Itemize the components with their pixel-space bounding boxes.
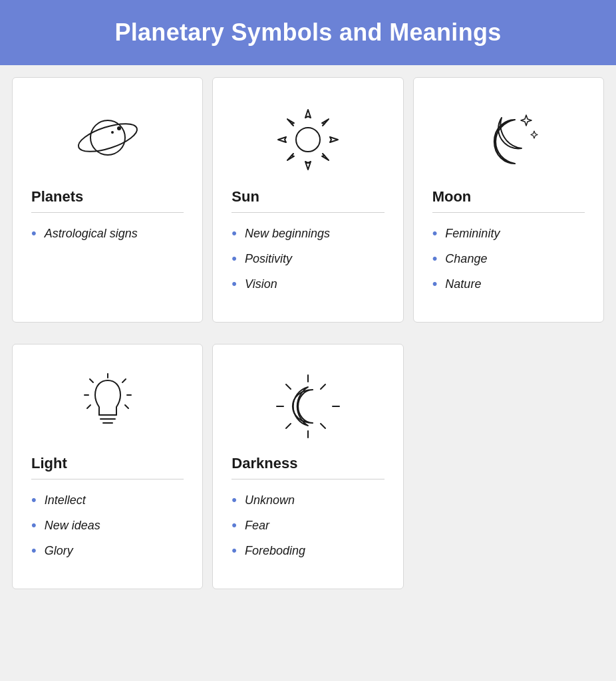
- planets-icon: [31, 96, 184, 183]
- light-meanings: Intellect New ideas Glory: [31, 491, 184, 559]
- darkness-title: Darkness: [231, 455, 384, 472]
- planets-meanings: Astrological signs: [31, 225, 184, 242]
- planets-title: Planets: [31, 188, 184, 205]
- darkness-divider: [231, 479, 384, 479]
- darkness-icon: [231, 363, 384, 450]
- planets-card: Planets Astrological signs: [12, 77, 203, 323]
- svg-point-0: [90, 120, 125, 155]
- sun-meanings: New beginnings Positivity Vision: [231, 225, 384, 293]
- list-item: Nature: [432, 275, 585, 293]
- svg-line-20: [286, 424, 291, 428]
- moon-meanings: Femininity Change Nature: [432, 225, 585, 293]
- list-item: Unknown: [231, 491, 384, 509]
- moon-divider: [432, 212, 585, 213]
- list-item: New beginnings: [231, 225, 384, 242]
- light-icon: [31, 363, 184, 450]
- svg-line-13: [125, 405, 128, 408]
- list-item: Foreboding: [231, 542, 384, 559]
- moon-title: Moon: [432, 188, 585, 205]
- page-header: Planetary Symbols and Meanings: [0, 0, 616, 65]
- list-item: New ideas: [31, 517, 184, 534]
- list-item: Positivity: [231, 250, 384, 267]
- list-item: Glory: [31, 542, 184, 559]
- svg-point-2: [117, 126, 121, 130]
- sun-divider: [231, 212, 384, 213]
- darkness-card: Darkness Unknown Fear Foreboding: [212, 344, 403, 589]
- moon-card: Moon Femininity Change Nature: [413, 77, 604, 323]
- svg-line-19: [321, 384, 325, 389]
- sun-card: Sun New beginnings Positivity Vision: [212, 77, 403, 323]
- svg-point-4: [296, 128, 320, 152]
- svg-point-1: [75, 118, 140, 158]
- moon-icon: [432, 96, 585, 183]
- list-item: Astrological signs: [31, 225, 184, 242]
- darkness-meanings: Unknown Fear Foreboding: [231, 491, 384, 559]
- sun-title: Sun: [231, 188, 384, 205]
- light-card: Light Intellect New ideas Glory: [12, 344, 203, 589]
- svg-line-12: [87, 405, 90, 408]
- planets-divider: [31, 212, 184, 213]
- list-item: Vision: [231, 275, 384, 293]
- sun-icon: [231, 96, 384, 183]
- light-title: Light: [31, 455, 184, 472]
- svg-point-3: [111, 131, 114, 134]
- svg-line-10: [90, 379, 93, 382]
- list-item: Fear: [231, 517, 384, 534]
- list-item: Femininity: [432, 225, 585, 242]
- svg-line-11: [122, 379, 126, 382]
- page-title: Planetary Symbols and Meanings: [13, 19, 603, 47]
- list-item: Change: [432, 250, 585, 267]
- list-item: Intellect: [31, 491, 184, 509]
- row2-grid: Light Intellect New ideas Glory: [0, 344, 616, 601]
- row1-grid: Planets Astrological signs: [0, 65, 616, 344]
- svg-line-21: [321, 424, 325, 428]
- light-divider: [31, 479, 184, 479]
- svg-line-18: [286, 384, 291, 389]
